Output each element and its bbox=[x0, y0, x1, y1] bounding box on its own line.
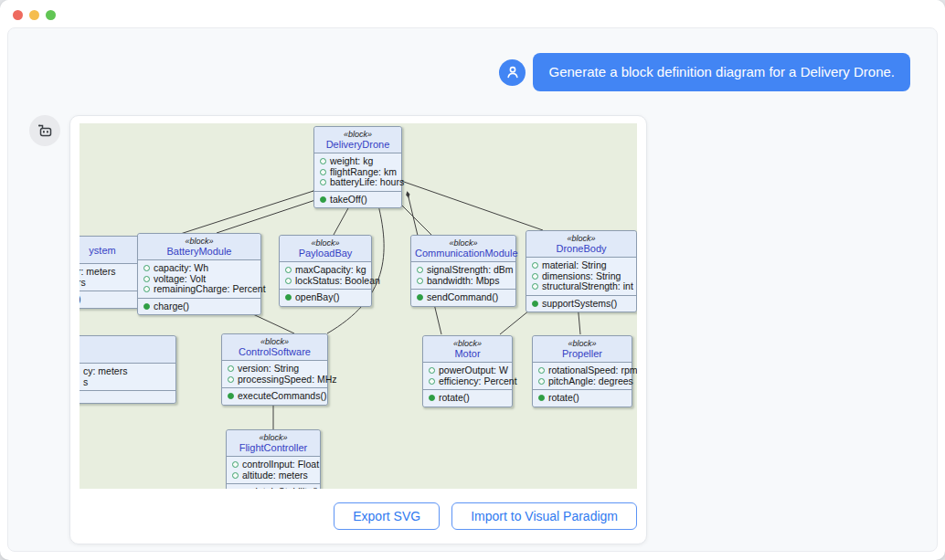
block-attribute: bandwidth: Mbps bbox=[427, 276, 499, 287]
block-member-row: signalStrength: dBm bbox=[411, 265, 515, 276]
block-member-row: maintainStability() bbox=[227, 487, 320, 489]
attribute-bullet-icon bbox=[429, 367, 435, 374]
uml-block-BatteryModule: «block»BatteryModulecapacity: Whvoltage:… bbox=[137, 233, 261, 315]
uml-block-DroneBody: «block»DroneBodymaterial: Stringdimensio… bbox=[526, 230, 637, 312]
attribute-bullet-icon bbox=[538, 367, 545, 374]
attribute-bullet-icon bbox=[143, 276, 150, 282]
block-member-row: executeCommands() bbox=[222, 391, 327, 402]
block-operation: takeOff() bbox=[330, 195, 367, 206]
user-avatar bbox=[499, 59, 526, 86]
block-member-row: processingSpeed: MHz bbox=[222, 375, 327, 386]
block-member-row: batteryLife: hours bbox=[314, 177, 401, 188]
zoom-window-button[interactable] bbox=[46, 10, 56, 20]
block-stereotype: «block» bbox=[530, 234, 632, 243]
attribute-bullet-icon bbox=[285, 267, 292, 273]
minimize-window-button[interactable] bbox=[29, 10, 39, 20]
attribute-bullet-icon bbox=[417, 278, 423, 284]
block-attribute: pitchAngle: degrees bbox=[548, 376, 633, 387]
uml-block-DeliveryDrone: «block»DeliveryDroneweight: kgflightRang… bbox=[313, 126, 402, 208]
block-stereotype: «block» bbox=[230, 433, 316, 442]
attribute-bullet-icon bbox=[532, 262, 538, 269]
assistant-response-card: «block»DeliveryDroneweight: kgflightRang… bbox=[69, 115, 647, 544]
block-attribute: remainingCharge: Percent bbox=[154, 284, 266, 295]
block-name: Motor bbox=[427, 348, 508, 360]
bot-avatar bbox=[29, 115, 60, 146]
block-header bbox=[80, 336, 175, 364]
block-header: «block»DroneBody bbox=[526, 231, 636, 258]
block-member-row: bandwidth: Mbps bbox=[411, 276, 515, 287]
block-operation: ) bbox=[80, 294, 81, 305]
attributes-compartment: version: StringprocessingSpeed: MHz bbox=[222, 361, 327, 387]
import-visual-paradigm-button[interactable]: Import to Visual Paradigm bbox=[451, 502, 637, 530]
block-member-row: structuralStrength: int bbox=[526, 281, 636, 292]
block-attribute: maxCapacity: kg bbox=[295, 265, 366, 276]
block-member-row: rotate() bbox=[423, 393, 512, 404]
block-stereotype: «block» bbox=[283, 238, 367, 248]
block-member-row: sendCommand() bbox=[411, 292, 515, 303]
block-member-row: rotationalSpeed: rpm bbox=[533, 365, 632, 376]
attribute-bullet-icon bbox=[143, 286, 150, 292]
attributes-compartment: rotationalSpeed: rpmpitchAngle: degrees bbox=[533, 363, 632, 389]
block-member-row: openBay() bbox=[280, 292, 371, 303]
block-member-row: altitude: meters bbox=[227, 470, 320, 481]
block-name: DroneBody bbox=[530, 243, 632, 255]
block-attribute: rs bbox=[80, 278, 86, 289]
uml-block-ControlSoftware: «block»ControlSoftwareversion: Stringpro… bbox=[221, 333, 328, 406]
block-member-row: r: meters bbox=[80, 267, 143, 278]
block-member-row: powerOutput: W bbox=[423, 365, 512, 376]
attribute-bullet-icon bbox=[232, 461, 239, 468]
block-attribute: s bbox=[83, 377, 88, 388]
block-header: «block»Motor bbox=[423, 336, 512, 363]
block-attribute: efficiency: Percent bbox=[439, 376, 517, 387]
user-message-bubble: Generate a block definition diagram for … bbox=[533, 53, 910, 91]
block-header: «block»PayloadBay bbox=[280, 236, 371, 262]
block-header: «block»ControlSoftware bbox=[222, 334, 327, 361]
diagram-actions: Export SVG Import to Visual Paradigm bbox=[334, 502, 637, 530]
block-operation: sendCommand() bbox=[427, 292, 498, 303]
block-member-row: efficiency: Percent bbox=[423, 376, 512, 387]
block-member-row: lockStatus: Boolean bbox=[280, 276, 371, 287]
block-member-row: pitchAngle: degrees bbox=[533, 376, 632, 387]
operation-bullet-icon bbox=[532, 301, 538, 307]
operations-compartment: takeOff() bbox=[314, 191, 401, 208]
export-svg-button[interactable]: Export SVG bbox=[334, 502, 440, 530]
close-window-button[interactable] bbox=[13, 10, 23, 20]
operation-bullet-icon bbox=[285, 294, 292, 301]
block-name: CommunicationModule bbox=[415, 248, 512, 259]
attribute-bullet-icon bbox=[285, 278, 292, 284]
block-name: Propeller bbox=[536, 348, 628, 360]
attributes-compartment: powerOutput: Wefficiency: Percent bbox=[423, 363, 512, 389]
block-operation: charge() bbox=[154, 301, 189, 312]
block-stereotype: «block» bbox=[142, 237, 257, 246]
operations-compartment: charge() bbox=[138, 298, 260, 315]
block-name: PayloadBay bbox=[283, 248, 367, 259]
block-header: ystem bbox=[80, 237, 143, 264]
operations-compartment bbox=[80, 390, 175, 403]
user-message-row: Generate a block definition diagram for … bbox=[499, 53, 910, 91]
block-member-row: controlInput: Float bbox=[227, 460, 320, 470]
block-attribute: rotationalSpeed: rpm bbox=[548, 365, 637, 376]
attribute-bullet-icon bbox=[320, 169, 326, 175]
operation-bullet-icon bbox=[228, 393, 234, 399]
window-titlebar bbox=[0, 0, 945, 27]
person-icon bbox=[505, 65, 520, 79]
block-member-row: cy: meters bbox=[80, 366, 175, 377]
block-member-row: supportSystems() bbox=[526, 299, 636, 310]
uml-block-FlightController: «block»FlightControllercontrolInput: Flo… bbox=[226, 429, 321, 489]
block-stereotype: «block» bbox=[415, 238, 512, 248]
block-member-row: ) bbox=[80, 294, 143, 305]
uml-block-partial-6: cy: meterss bbox=[80, 335, 176, 404]
block-member-row: rs bbox=[80, 278, 143, 289]
app-window: Generate a block definition diagram for … bbox=[0, 0, 945, 560]
attribute-bullet-icon bbox=[143, 265, 150, 271]
block-operation: executeCommands() bbox=[238, 391, 326, 402]
block-stereotype: «block» bbox=[536, 339, 628, 348]
uml-block-PayloadBay: «block»PayloadBaymaxCapacity: kglockStat… bbox=[279, 235, 372, 307]
block-member-row: maxCapacity: kg bbox=[280, 265, 371, 276]
block-operation: supportSystems() bbox=[542, 299, 617, 310]
block-member-row: capacity: Wh bbox=[138, 263, 260, 274]
operations-compartment: sendCommand() bbox=[411, 289, 515, 306]
attribute-bullet-icon bbox=[228, 365, 234, 372]
block-header: «block»FlightController bbox=[227, 430, 320, 457]
block-header: «block»Propeller bbox=[533, 336, 632, 363]
